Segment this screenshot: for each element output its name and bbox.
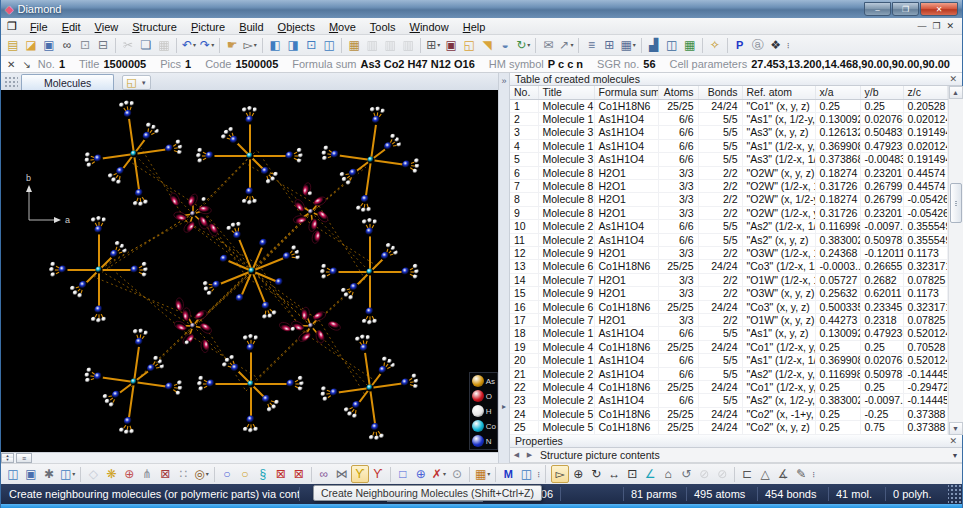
layout-table-icon[interactable]: ▦▾ <box>618 36 637 54</box>
column-header-atoms[interactable]: Atoms <box>658 86 698 99</box>
panel-splitter[interactable]: » ▸ <box>498 73 510 463</box>
column-header-formula-sum[interactable]: Formula sum <box>594 86 658 99</box>
menu-help[interactable]: Help <box>456 20 493 34</box>
layout-list-icon[interactable]: ≡ <box>582 36 600 54</box>
picture-menu-icon[interactable]: ◫▾ <box>58 465 77 483</box>
toolbar-overflow-icon[interactable]: ⁝ <box>812 469 814 479</box>
table-row[interactable]: 5Molecule 3As1H1O46/65/5"As3" (1/2-x, 1/… <box>510 153 947 166</box>
translate-tool-icon[interactable]: ↔ <box>605 465 623 483</box>
view-table-icon[interactable]: ◫ <box>320 36 338 54</box>
build-diamond-icon[interactable]: ◇ <box>84 465 102 483</box>
measure-torsion-icon[interactable]: ∡ <box>774 465 792 483</box>
track-icon[interactable]: ❖ <box>767 36 785 54</box>
build-chain-icon[interactable]: ⋔ <box>138 465 156 483</box>
properties-back-icon[interactable]: ◀ <box>510 449 523 462</box>
close-structure-icon[interactable]: ✕ <box>7 59 15 70</box>
menu-objects[interactable]: Objects <box>271 20 322 34</box>
export-icon[interactable]: ↗▾ <box>557 36 575 54</box>
print-icon[interactable]: ⊟ <box>94 36 112 54</box>
display-settings-icon[interactable]: ▣ <box>22 465 40 483</box>
build-lattice-icon[interactable]: ⊠ <box>156 465 174 483</box>
chart-picture-icon[interactable]: ◫ <box>663 36 681 54</box>
history-icon[interactable]: ↻▾ <box>514 36 532 54</box>
toolbar-overflow-icon[interactable]: ⁝ <box>537 469 539 479</box>
pan-icon[interactable]: ☛ <box>223 36 241 54</box>
properties-dropdown-icon[interactable]: ▼ <box>948 452 962 459</box>
chart-table-icon[interactable]: ▦ <box>681 36 699 54</box>
picture-to-clipboard-icon[interactable]: ◫ <box>4 465 22 483</box>
table-row[interactable]: 21Molecule 2As1H1O46/65/5"As2" (1/2-x, y… <box>510 367 947 380</box>
expand-arrow-icon[interactable]: ▸ <box>502 402 506 411</box>
tab-spinner[interactable]: ▲▼ <box>1 453 14 463</box>
chart-histogram-icon[interactable]: ▟ <box>645 36 663 54</box>
view-navigation-icon[interactable]: ◧ <box>266 36 284 54</box>
redo-icon[interactable]: ↷▾ <box>198 36 216 54</box>
build-molecules-icon[interactable]: ❋ <box>102 465 120 483</box>
resize-grip[interactable] <box>948 484 962 504</box>
add-atoms-icon[interactable]: ⊕ <box>120 465 138 483</box>
delete-neighbouring-molecules-icon[interactable]: ϒ <box>369 465 387 483</box>
build-cluster-icon[interactable]: ∷ <box>174 465 192 483</box>
move-tool-icon[interactable]: ⊕ <box>569 465 587 483</box>
column-header-title[interactable]: Title <box>538 86 594 99</box>
tilt-tool-icon[interactable]: ∠ <box>641 465 659 483</box>
menu-tools[interactable]: Tools <box>363 20 403 34</box>
menu-window[interactable]: Window <box>403 20 456 34</box>
ring-yellow-icon[interactable]: ○ <box>236 465 254 483</box>
rotate-tool-icon[interactable]: ↻ <box>587 465 605 483</box>
connectivity-icon[interactable]: ⊙ <box>448 465 466 483</box>
properties-selector[interactable]: Structure picture contents <box>536 449 948 461</box>
column-header-bonds[interactable]: Bonds <box>698 86 742 99</box>
menu-structure[interactable]: Structure <box>125 20 184 34</box>
tab-molecules[interactable]: Molecules <box>21 74 114 90</box>
measure-m-icon[interactable]: M <box>499 465 517 483</box>
properties-close-icon[interactable]: ✕ <box>949 436 957 446</box>
destroy-all-icon[interactable]: ⊠ <box>290 465 308 483</box>
column-header-z-c[interactable]: z/c <box>903 86 947 99</box>
molecular-structure-drawing[interactable]: ba <box>1 90 496 452</box>
tab-list-button[interactable]: ≡ <box>16 453 32 463</box>
record-icon[interactable]: ⓐ <box>749 36 767 54</box>
table-row[interactable]: 7Molecule 8H2O13/32/2"O2W" (1/2-x, 1...0… <box>510 179 947 192</box>
home-view-icon[interactable]: ⌂ <box>659 465 677 483</box>
table-row[interactable]: 10Molecule 2As1H1O46/65/5"As2" (1/2-x, 1… <box>510 220 947 233</box>
scroll-down-icon[interactable]: ▼ <box>949 422 963 435</box>
panel-grip[interactable] <box>4 76 18 88</box>
column-header-ref-atom[interactable]: Ref. atom <box>742 86 815 99</box>
ring-blue-icon[interactable]: ○ <box>218 465 236 483</box>
collapse-chevron-icon[interactable]: » <box>501 76 506 86</box>
minimize-button[interactable]: – <box>864 2 891 16</box>
toolbar-overflow-icon[interactable]: ⁝ <box>787 40 789 50</box>
table-row[interactable]: 14Molecule 7H2O13/32/2"O1W" (1/2-x, 1...… <box>510 273 947 286</box>
close-button[interactable]: ✕ <box>920 2 958 16</box>
table-row[interactable]: 6Molecule 8H2O13/32/2"O2W" (x, y, z)0.18… <box>510 166 947 179</box>
menu-build[interactable]: Build <box>232 20 270 34</box>
save-icon[interactable]: ▣ <box>40 36 58 54</box>
folder-new-icon[interactable]: ◱ <box>460 36 478 54</box>
build-tools-icon[interactable]: ✱ <box>40 465 58 483</box>
table-row[interactable]: 15Molecule 9H2O13/32/2"O3W" (x, y, z)0.2… <box>510 287 947 300</box>
spin-down-icon[interactable]: ▼ <box>2 458 13 462</box>
table-row[interactable]: 23Molecule 2As1H1O46/65/5"As2" (x, 1/2-y… <box>510 394 947 407</box>
send-icon[interactable]: ✉ <box>539 36 557 54</box>
table-row[interactable]: 25Molecule 5Co1H18N625/2524/24"Co2" (x, … <box>510 421 947 434</box>
properties-forward-icon[interactable]: ▶ <box>523 449 536 462</box>
view-datasheet-icon[interactable]: ◨ <box>284 36 302 54</box>
column-header-x-a[interactable]: x/a <box>815 86 860 99</box>
table-row[interactable]: 22Molecule 4Co1H18N625/2524/24"Co1" (1/2… <box>510 381 947 394</box>
scrollbar-thumb[interactable] <box>950 183 962 223</box>
create-neighbouring-molecules-icon[interactable]: ϒ <box>351 465 369 483</box>
table-row[interactable]: 8Molecule 8H2O13/32/2"O2W" (x, 1/2-y...0… <box>510 193 947 206</box>
layout-list-add-icon[interactable]: ⊞ <box>600 36 618 54</box>
connect-bond-icon[interactable]: ∞ <box>315 465 333 483</box>
save-copy-icon[interactable]: ◒ <box>496 36 514 54</box>
menu-picture[interactable]: Picture <box>184 20 232 34</box>
table-window-icon[interactable]: ▦ <box>345 36 363 54</box>
table-row[interactable]: 17Molecule 7H2O13/32/2"O1W" (x, y, z)0.4… <box>510 314 947 327</box>
table-row[interactable]: 1Molecule 4Co1H18N625/2524/24"Co1" (x, y… <box>510 99 947 112</box>
undo-icon[interactable]: ↶▾ <box>180 36 198 54</box>
wizard-icon[interactable]: ✧ <box>706 36 724 54</box>
find-icon[interactable]: ∞ <box>58 36 76 54</box>
complete-fragments-icon[interactable]: ⊕ <box>412 465 430 483</box>
zoom-tool-icon[interactable]: ⊡ <box>623 465 641 483</box>
